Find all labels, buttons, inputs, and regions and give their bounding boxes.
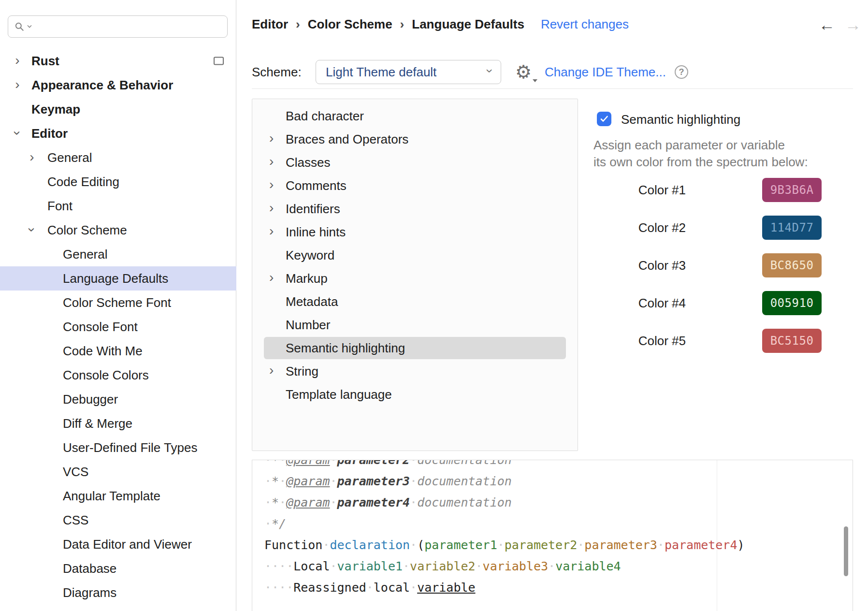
element-item-comments[interactable]: ›Comments: [252, 174, 578, 197]
sidebar-item-general[interactable]: General: [0, 242, 236, 266]
element-item-semantic-highlighting[interactable]: Semantic highlighting: [264, 337, 566, 359]
sidebar-item-rust[interactable]: ›Rust: [0, 49, 236, 73]
chevron-right-icon[interactable]: ›: [269, 363, 274, 378]
chevron-right-icon[interactable]: ›: [269, 223, 274, 239]
sidebar-item-console-font[interactable]: Console Font: [0, 315, 236, 339]
color-label: Color #3: [593, 258, 686, 273]
sidebar-item-color-scheme[interactable]: ›Color Scheme: [0, 218, 236, 242]
sidebar-item-database[interactable]: Database: [0, 556, 236, 581]
sidebar-item-diagrams[interactable]: Diagrams: [0, 581, 236, 605]
sidebar-item-label: General: [0, 150, 92, 165]
element-item-markup[interactable]: ›Markup: [252, 267, 578, 290]
sidebar-item-data-editor-and-viewer[interactable]: Data Editor and Viewer: [0, 532, 236, 556]
sidebar-item-label: Color Scheme Font: [0, 295, 171, 310]
chevron-right-icon[interactable]: ›: [269, 131, 274, 146]
search-input[interactable]: [34, 20, 221, 33]
element-item-identifiers[interactable]: ›Identifiers: [252, 197, 578, 220]
sidebar-item-label: Rust: [0, 54, 59, 69]
sidebar-item-diff-merge[interactable]: Diff & Merge: [0, 411, 236, 436]
code-line: ·*·@param·parameter3·documentation: [264, 471, 853, 492]
color-swatch-color-3[interactable]: BC8650: [762, 253, 822, 277]
element-item-classes[interactable]: ›Classes: [252, 151, 578, 174]
change-ide-theme-link[interactable]: Change IDE Theme...: [545, 65, 666, 80]
element-item-label: Identifiers: [252, 202, 340, 217]
sidebar-item-label: Appearance & Behavior: [0, 78, 173, 93]
chevron-right-icon[interactable]: ›: [269, 154, 274, 169]
semantic-highlighting-checkbox-label[interactable]: Semantic highlighting: [621, 112, 740, 127]
code-preview-panel[interactable]: ·*·@param·parameter2·documentation·*·@pa…: [252, 460, 853, 611]
forward-arrow-icon[interactable]: →: [845, 16, 861, 33]
color-swatch-color-5[interactable]: BC5150: [762, 329, 822, 353]
scheme-label: Scheme:: [252, 65, 302, 80]
chevron-right-icon[interactable]: ›: [269, 200, 274, 216]
color-swatch-color-4[interactable]: 005910: [762, 291, 822, 315]
sidebar-item-css[interactable]: CSS: [0, 508, 236, 532]
element-item-metadata[interactable]: Metadata: [252, 290, 578, 313]
sidebar-item-label: Font: [0, 199, 72, 214]
sidebar-item-console-colors[interactable]: Console Colors: [0, 363, 236, 387]
sidebar-item-label: CSS: [0, 513, 88, 528]
sidebar-item-label: Console Colors: [0, 368, 149, 383]
scheme-select[interactable]: Light Theme default ›: [316, 60, 501, 84]
element-item-keyword[interactable]: Keyword: [252, 244, 578, 267]
breadcrumb-item-color-scheme[interactable]: Color Scheme: [308, 17, 392, 32]
chevron-right-icon[interactable]: ›: [269, 177, 274, 192]
sidebar-item-vcs[interactable]: VCS: [0, 460, 236, 484]
color-row: Color #2114D77: [593, 216, 845, 240]
code-line: ·*·@param·parameter4·documentation: [264, 492, 853, 513]
color-label: Color #5: [593, 334, 686, 349]
chevron-down-icon[interactable]: ›: [28, 226, 36, 233]
sidebar-item-label: Database: [0, 561, 116, 576]
chevron-right-icon[interactable]: ›: [269, 270, 274, 285]
color-swatch-color-2[interactable]: 114D77: [762, 216, 822, 240]
color-label: Color #1: [593, 183, 686, 198]
chevron-right-icon: ›: [400, 17, 405, 32]
sidebar-item-font[interactable]: Font: [0, 194, 236, 218]
sidebar-item-appearance-behavior[interactable]: ›Appearance & Behavior: [0, 73, 236, 97]
element-item-string[interactable]: ›String: [252, 360, 578, 383]
breadcrumb-item-editor[interactable]: Editor: [252, 17, 288, 32]
sidebar-item-keymap[interactable]: Keymap: [0, 97, 236, 121]
sidebar-item-label: Data Editor and Viewer: [0, 537, 192, 552]
search-options-chevron-icon[interactable]: [27, 25, 32, 29]
element-list: Bad character›Braces and Operators›Class…: [252, 99, 578, 451]
sidebar-item-debugger[interactable]: Debugger: [0, 387, 236, 411]
element-item-inline-hints[interactable]: ›Inline hints: [252, 220, 578, 244]
sidebar-item-angular-template[interactable]: Angular Template: [0, 484, 236, 508]
sidebar-item-editor[interactable]: ›Editor: [0, 121, 236, 145]
element-item-template-language[interactable]: Template language: [252, 383, 578, 406]
chevron-down-icon[interactable]: ›: [14, 129, 21, 137]
element-item-label: Bad character: [252, 109, 364, 124]
element-item-bad-character[interactable]: Bad character: [252, 104, 578, 128]
sidebar-item-label: Language Defaults: [0, 271, 168, 286]
sidebar-item-code-with-me[interactable]: Code With Me: [0, 339, 236, 363]
semantic-highlighting-checkbox[interactable]: [597, 112, 611, 126]
element-item-number[interactable]: Number: [252, 313, 578, 336]
color-row: Color #4005910: [593, 291, 845, 315]
color-swatch-color-1[interactable]: 9B3B6A: [762, 178, 822, 202]
scrollbar-thumb[interactable]: [844, 526, 848, 576]
gear-dropdown-chevron-icon[interactable]: [533, 79, 537, 82]
breadcrumb-item-language-defaults[interactable]: Language Defaults: [412, 17, 524, 32]
help-icon[interactable]: ?: [675, 65, 688, 79]
element-item-label: Markup: [252, 271, 328, 286]
back-arrow-icon[interactable]: ←: [819, 16, 835, 33]
sidebar-item-general[interactable]: ›General: [0, 145, 236, 170]
sidebar-item-color-scheme-font[interactable]: Color Scheme Font: [0, 291, 236, 315]
revert-changes-link[interactable]: Revert changes: [541, 17, 629, 32]
element-item-braces-and-operators[interactable]: ›Braces and Operators: [252, 128, 578, 151]
sidebar-item-code-editing[interactable]: Code Editing: [0, 170, 236, 194]
chevron-right-icon[interactable]: ›: [28, 153, 36, 161]
sidebar-item-label: Code Editing: [0, 175, 119, 189]
chevron-right-icon[interactable]: ›: [14, 57, 21, 64]
sidebar-item-label: General: [0, 247, 108, 262]
sidebar-item-label: Diagrams: [0, 585, 116, 600]
sidebar-item-language-defaults[interactable]: Language Defaults: [0, 266, 236, 291]
gear-icon[interactable]: ⚙: [515, 61, 532, 83]
element-item-label: Comments: [252, 178, 347, 193]
settings-search[interactable]: [8, 15, 228, 38]
color-row: Color #3BC8650: [593, 253, 845, 277]
chevron-right-icon[interactable]: ›: [14, 81, 21, 88]
sidebar-item-label: Code With Me: [0, 344, 143, 359]
sidebar-item-user-defined-file-types[interactable]: User-Defined File Types: [0, 436, 236, 460]
